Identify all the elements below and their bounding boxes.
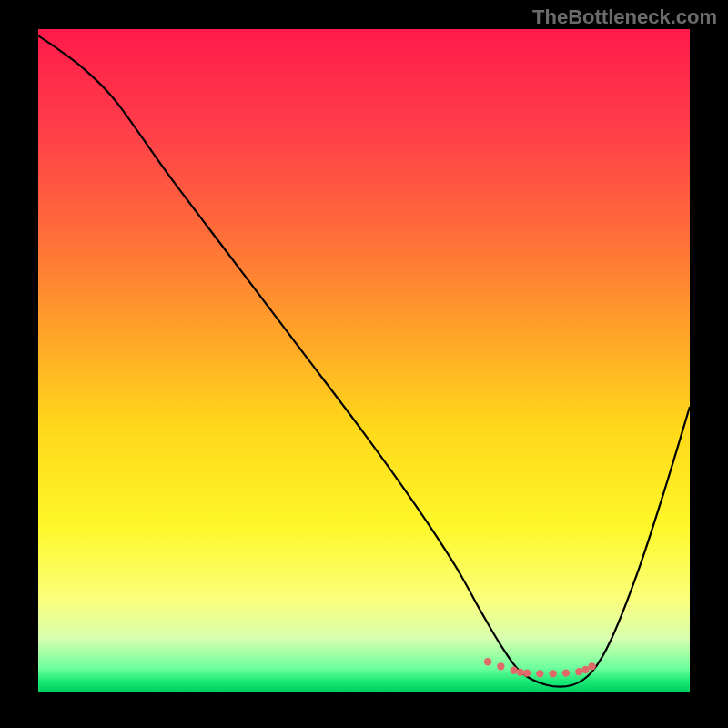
optimal-range-marker — [536, 670, 543, 677]
optimal-range-marker — [510, 667, 517, 674]
optimal-range-marker — [497, 662, 504, 670]
optimal-range-marker — [523, 669, 531, 676]
optimal-range-marker — [581, 666, 589, 673]
optimal-range-marker — [484, 658, 491, 665]
optimal-range-marker — [549, 670, 556, 677]
chart-plot-area — [38, 29, 690, 692]
optimal-range-marker — [562, 669, 570, 676]
chart-svg — [38, 29, 690, 692]
optimal-range-marker — [575, 668, 582, 675]
watermark-text: TheBottleneck.com — [532, 5, 717, 29]
optimal-range-marker — [588, 662, 595, 670]
optimal-range-marker — [517, 669, 524, 676]
